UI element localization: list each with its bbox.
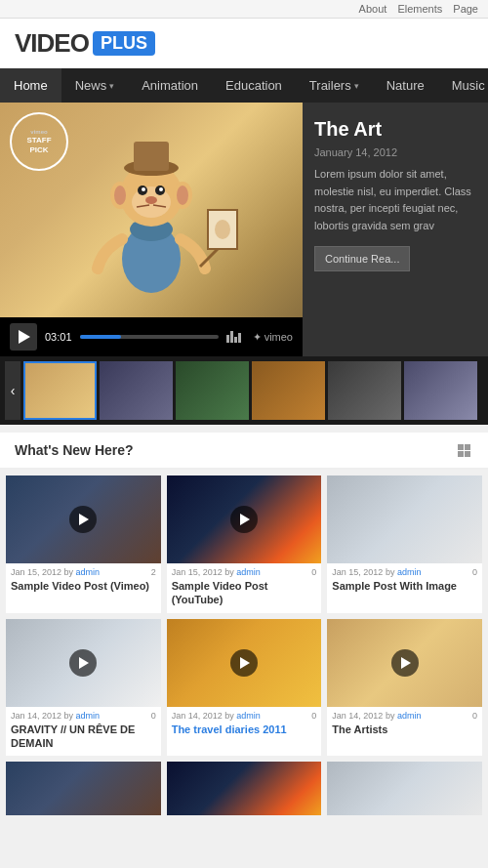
grid-play-4[interactable] [230,649,258,677]
thumbnail-strip: ‹ [0,356,488,425]
thumbnail-4[interactable] [252,361,325,420]
grid-thumb-5[interactable] [327,619,482,707]
nav-home[interactable]: Home [0,68,61,103]
by-2: by [386,567,397,577]
author-3[interactable]: admin [76,711,101,721]
grid-view-icon[interactable] [458,444,473,457]
vimeo-watermark: ✦ vimeo [253,331,293,344]
grid-play-0[interactable] [69,506,97,533]
thumbnail-3[interactable] [176,361,249,420]
grid-meta-1: Jan 15, 2012 by admin 0 [167,563,322,579]
by-3: by [64,711,76,721]
nav-music[interactable]: Music [438,68,488,103]
thumb-image-2 [100,361,173,420]
author-0[interactable]: admin [76,567,101,577]
partial-thumb-0[interactable] [6,762,161,815]
nav-animation[interactable]: Animation [128,68,212,103]
grid-title-1: Sample Video Post (YouTube) [167,579,322,613]
thumbnail-5[interactable] [328,361,401,420]
grid-thumb-3[interactable] [6,619,161,707]
thumb-image-3 [176,361,249,420]
play-button[interactable] [10,323,37,351]
continue-reading-button[interactable]: Continue Rea... [314,246,410,271]
count-5: 0 [472,711,477,721]
featured-video-player: vimeo STAFF PICK [0,103,303,356]
grid-thumb-4[interactable] [167,619,322,707]
prev-thumb-button[interactable]: ‹ [5,361,20,420]
play-icon-3 [79,657,89,669]
date-5: Jan 14, 2012 [332,711,383,721]
by-5: by [386,711,397,721]
video-controls: 03:01 ✦ vimeo [0,317,303,356]
partial-thumb-1[interactable] [167,762,322,815]
main-nav: Home News ▾ Animation Education Trailers… [0,68,488,103]
author-1[interactable]: admin [236,567,261,577]
count-2: 0 [472,567,477,577]
play-icon-4 [240,657,250,669]
count-4: 0 [311,711,316,721]
partial-grid [0,762,488,821]
author-4[interactable]: admin [236,711,261,721]
featured-thumbnail: vimeo STAFF PICK [0,103,303,317]
grid-item-1: Jan 15, 2012 by admin 0 Sample Video Pos… [167,475,322,613]
author-2[interactable]: admin [397,567,422,577]
featured-section: vimeo STAFF PICK [0,103,488,356]
author-5[interactable]: admin [397,711,422,721]
play-icon-5 [401,657,411,669]
top-bar: About Elements Page [0,0,488,19]
nav-news[interactable]: News ▾ [61,68,129,103]
nav-education[interactable]: Education [212,68,296,103]
timecode: 03:01 [45,331,72,343]
grid-item-2: Jan 15, 2012 by admin 0 Sample Post With… [327,475,482,613]
count-0: 2 [151,567,156,577]
grid-play-5[interactable] [391,649,419,677]
thumbnail-6[interactable] [404,361,477,420]
grid-item-5: Jan 14, 2012 by admin 0 The Artists [327,619,482,757]
grid-meta-5: Jan 14, 2012 by admin 0 [327,707,482,723]
grid-title-5: The Artists [327,723,482,742]
progress-fill [80,335,122,339]
badge-pick: PICK [29,145,48,155]
elements-link[interactable]: Elements [397,3,442,15]
whats-new-title: What's New Here? [15,442,134,458]
date-3: Jan 14, 2012 [11,711,61,721]
svg-point-12 [145,196,157,204]
grid-thumb-1[interactable] [167,475,322,563]
sound-bars-icon [226,331,241,343]
grid-thumb-2[interactable] [327,475,482,563]
nav-nature[interactable]: Nature [373,68,438,103]
svg-rect-16 [134,142,169,171]
nav-trailers[interactable]: Trailers ▾ [296,68,373,103]
grid-play-3[interactable] [69,649,97,677]
about-link[interactable]: About [359,3,387,15]
partial-thumb-2[interactable] [327,762,482,815]
grid-meta-4: Jan 14, 2012 by admin 0 [167,707,322,723]
svg-point-5 [114,186,126,205]
thumb-image-1 [25,363,95,418]
thumbnail-2[interactable] [100,361,173,420]
title-link-4[interactable]: The travel diaries 2011 [172,723,287,735]
badge-vimeo: vimeo [30,129,47,136]
grid-title-0: Sample Video Post (Vimeo) [6,579,161,599]
date-4: Jan 14, 2012 [172,711,223,721]
grid-title-2: Sample Post With Image [327,579,482,599]
svg-point-11 [159,187,163,191]
featured-date: January 14, 2012 [314,146,476,158]
grid-dot-2 [465,444,470,450]
grid-meta-0: Jan 15, 2012 by admin 2 [6,563,161,579]
grid-thumb-0[interactable] [6,475,161,563]
grid-item-4: Jan 14, 2012 by admin 0 The travel diari… [167,619,322,757]
grid-meta-3: Jan 14, 2012 by admin 0 [6,707,161,723]
grid-play-1[interactable] [230,506,258,533]
by-0: by [64,567,76,577]
staff-pick-badge: vimeo STAFF PICK [10,112,68,171]
by-4: by [224,711,236,721]
date-1: Jan 15, 2012 [172,567,223,577]
play-icon-0 [79,514,89,525]
progress-bar[interactable] [80,335,219,339]
grid-title-4: The travel diaries 2011 [167,723,322,742]
badge-staff: STAFF [26,136,51,145]
svg-point-6 [177,186,188,205]
thumbnail-1[interactable] [23,361,97,420]
page-link[interactable]: Page [453,3,478,15]
